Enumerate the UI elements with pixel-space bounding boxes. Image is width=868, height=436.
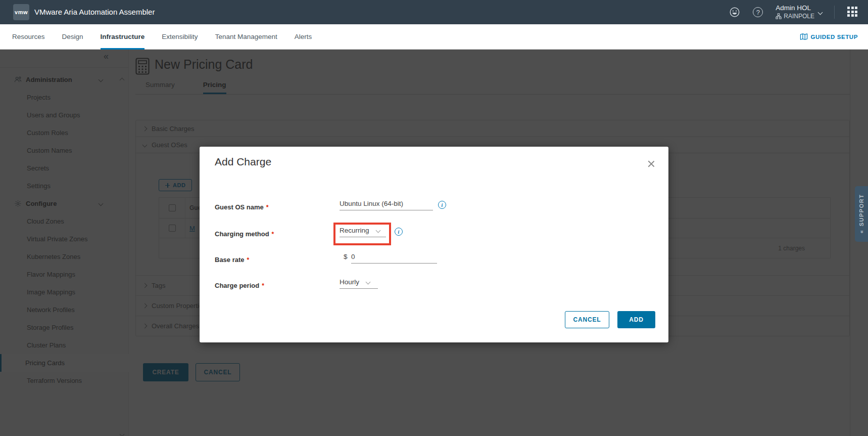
- header-divider: [834, 6, 835, 19]
- feedback-smiley-icon[interactable]: [729, 7, 740, 18]
- primary-nav: Resources Design Infrastructure Extensib…: [0, 24, 868, 50]
- charge-period-label: Charge period*: [215, 282, 264, 289]
- info-icon[interactable]: i: [438, 201, 446, 209]
- charge-period-select[interactable]: Hourly: [340, 278, 378, 289]
- organization-icon: [776, 13, 782, 19]
- support-tab[interactable]: « SUPPORT: [855, 186, 868, 242]
- required-asterisk: *: [247, 256, 250, 264]
- nav-tab-extensibility[interactable]: Extensibility: [162, 24, 198, 50]
- app-switcher-icon[interactable]: [847, 7, 858, 18]
- charging-method-label: Charging method*: [215, 230, 274, 238]
- nav-tab-design[interactable]: Design: [62, 24, 83, 50]
- add-charge-modal: Add Charge Guest OS name* Ubuntu Linux (…: [200, 147, 668, 342]
- info-icon[interactable]: i: [395, 228, 403, 236]
- collapse-icon: «: [858, 230, 864, 234]
- nav-tab-infrastructure[interactable]: Infrastructure: [101, 24, 145, 50]
- nav-tab-resources[interactable]: Resources: [12, 24, 45, 50]
- currency-symbol: $: [344, 253, 348, 260]
- user-menu[interactable]: Admin HOL RAINPOLE: [776, 4, 822, 20]
- base-rate-label: Base rate*: [215, 256, 249, 264]
- app-window: vmw VMware Aria Automation Assembler ? A…: [0, 0, 868, 436]
- vmware-logo: vmw: [13, 4, 29, 20]
- close-icon[interactable]: [647, 160, 655, 168]
- nav-tab-alerts[interactable]: Alerts: [295, 24, 312, 50]
- required-asterisk: *: [272, 231, 274, 238]
- required-asterisk: *: [266, 204, 269, 211]
- user-org: RAINPOLE: [784, 13, 814, 20]
- chevron-down-icon: [366, 280, 371, 285]
- top-header-bar: vmw VMware Aria Automation Assembler ? A…: [0, 0, 868, 24]
- help-icon[interactable]: ?: [752, 7, 763, 18]
- guest-os-name-input[interactable]: Ubuntu Linux (64-bit): [340, 200, 433, 210]
- modal-cancel-button[interactable]: CANCEL: [565, 311, 609, 328]
- base-rate-input[interactable]: 0: [351, 253, 437, 264]
- modal-title: Add Charge: [215, 156, 271, 168]
- nav-tab-tenant-management[interactable]: Tenant Management: [215, 24, 277, 50]
- guest-os-name-label: Guest OS name*: [215, 203, 268, 211]
- support-label: SUPPORT: [858, 194, 864, 227]
- guided-setup-button[interactable]: GUIDED SETUP: [800, 24, 858, 50]
- chevron-down-icon: [818, 10, 823, 15]
- required-asterisk: *: [262, 282, 264, 289]
- map-book-icon: [800, 33, 808, 40]
- chevron-down-icon: [375, 228, 380, 233]
- user-name: Admin HOL: [776, 4, 814, 13]
- app-title: VMware Aria Automation Assembler: [34, 0, 155, 24]
- charging-method-select[interactable]: Recurring: [340, 227, 386, 237]
- modal-add-button[interactable]: ADD: [617, 311, 655, 328]
